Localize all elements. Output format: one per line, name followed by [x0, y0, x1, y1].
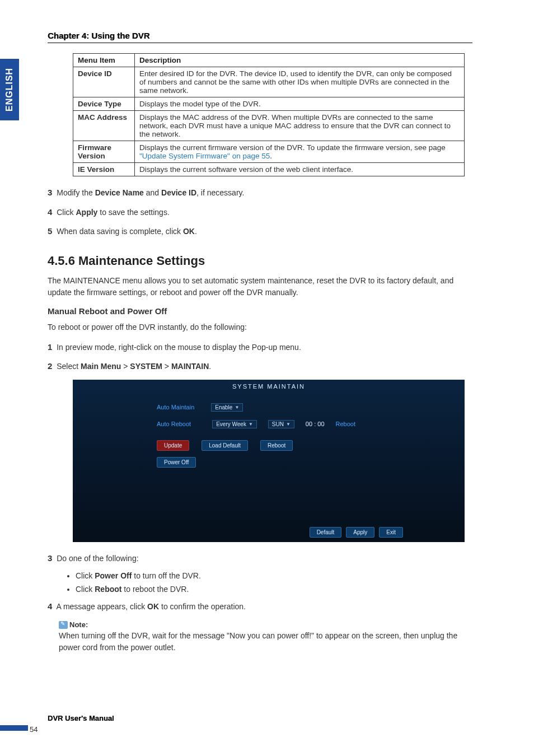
reboot-button[interactable]: Reboot — [260, 440, 293, 451]
enable-select[interactable]: Enable▼ — [211, 403, 243, 412]
chapter-title: Chapter 4: Using the DVR — [48, 31, 472, 43]
table-row: Device Type Displays the model type of t… — [73, 97, 465, 111]
note-block: Note: When turning off the DVR, wait for… — [59, 620, 472, 654]
text: In preview mode, right-click on the mous… — [57, 343, 301, 352]
note-label: Note: — [69, 620, 88, 629]
page-number: 54 — [30, 725, 38, 734]
bold-text: Main Menu — [81, 362, 121, 371]
link-update-firmware[interactable]: "Update System Firmware" on page 55 — [139, 152, 270, 160]
auto-reboot-label: Auto Reboot — [157, 421, 191, 427]
bold-text: MAINTAIN — [171, 362, 209, 371]
step-2b: 2 Select Main Menu > SYSTEM > MAINTAIN. — [48, 360, 472, 373]
select-value: SUN — [272, 421, 284, 427]
reboot-label: Reboot — [336, 421, 355, 427]
time-value: 00 : 00 — [306, 421, 325, 427]
footer-manual: DVR User's Manual — [48, 714, 114, 722]
section-intro: The MAINTENANCE menu allows you to set a… — [48, 275, 472, 298]
text: , if necessary. — [196, 188, 244, 197]
text: Displays the current firmware version of… — [139, 143, 446, 152]
cell-menu-item: Firmware Version — [73, 141, 135, 163]
step-4c: 4 A message appears, click OK to confirm… — [48, 600, 472, 613]
table-row: Firmware Version Displays the current fi… — [73, 141, 465, 163]
table-row: MAC Address Displays the MAC address of … — [73, 111, 465, 141]
step-5: 5 When data saving is complete, click OK… — [48, 225, 472, 238]
select-value: Every Week — [216, 421, 246, 427]
step-number: 3 — [48, 188, 52, 197]
step-number: 2 — [48, 361, 52, 371]
step-number: 4 — [48, 207, 52, 217]
chevron-down-icon: ▼ — [286, 422, 291, 427]
step-3: 3 Modify the Device Name and Device ID, … — [48, 186, 472, 199]
cell-description: Displays the current firmware version of… — [135, 141, 465, 163]
text: and — [144, 188, 161, 197]
load-default-button[interactable]: Load Default — [202, 440, 248, 451]
cell-menu-item: MAC Address — [73, 111, 135, 141]
table-row: IE Version Displays the current software… — [73, 163, 465, 176]
sub-intro: To reboot or power off the DVR instantly… — [48, 321, 472, 333]
cell-description: Enter desired ID for the DVR. The device… — [135, 67, 465, 97]
note-text: When turning off the DVR, wait for the m… — [59, 630, 472, 654]
bold-text: Reboot — [95, 585, 121, 594]
default-button[interactable]: Default — [310, 527, 342, 538]
update-button[interactable]: Update — [157, 440, 189, 451]
text: Click — [57, 208, 76, 217]
text: to turn off the DVR. — [132, 571, 200, 580]
text: to reboot the DVR. — [121, 585, 189, 594]
chevron-down-icon: ▼ — [235, 405, 239, 410]
cell-description: Displays the model type of the DVR. — [135, 97, 465, 111]
text: to save the settings. — [97, 208, 169, 217]
bold-text: OK — [183, 227, 195, 236]
page-content: Chapter 4: Using the DVR Menu Item Descr… — [48, 31, 472, 654]
text: > — [121, 362, 130, 371]
every-week-select[interactable]: Every Week▼ — [212, 420, 257, 428]
exit-button[interactable]: Exit — [379, 527, 403, 538]
step-1b: 1 In preview mode, right-click on the mo… — [48, 341, 472, 354]
power-off-button[interactable]: Power Off — [157, 457, 196, 468]
bullet-list: Click Power Off to turn off the DVR. Cli… — [64, 571, 472, 594]
bold-text: OK — [147, 602, 159, 611]
text: > — [162, 362, 171, 371]
footer-bar — [0, 725, 28, 731]
cell-description: Displays the current software version of… — [135, 163, 465, 176]
apply-button[interactable]: Apply — [346, 527, 374, 538]
step-number: 4 — [48, 601, 52, 611]
section-heading: 4.5.6 Maintenance Settings — [48, 254, 472, 268]
cell-menu-item: Device ID — [73, 67, 135, 97]
bold-text: Power Off — [95, 571, 132, 580]
sub-heading: Manual Reboot and Power Off — [48, 306, 472, 316]
note-icon — [59, 621, 68, 629]
language-tab: ENGLISH — [0, 59, 19, 120]
bold-text: Device Name — [95, 188, 144, 197]
text: A message appears, click — [56, 602, 147, 611]
text: Click — [76, 571, 95, 580]
auto-maintain-label: Auto Maintain — [157, 404, 194, 410]
step-number: 1 — [48, 342, 52, 352]
select-value: Enable — [215, 404, 232, 410]
list-item: Click Power Off to turn off the DVR. — [76, 571, 472, 580]
step-4: 4 Click Apply to save the settings. — [48, 206, 472, 219]
th-menu-item: Menu Item — [73, 54, 135, 67]
bold-text: Device ID — [161, 188, 196, 197]
text: Modify the — [57, 188, 95, 197]
cell-menu-item: IE Version — [73, 163, 135, 176]
bold-text: SYSTEM — [130, 362, 162, 371]
text: Do one of the following: — [57, 554, 138, 563]
step-number: 5 — [48, 226, 52, 236]
text: When data saving is complete, click — [57, 227, 183, 236]
cell-menu-item: Device Type — [73, 97, 135, 111]
screenshot-title: SYSTEM MAINTAIN — [73, 383, 465, 390]
day-select[interactable]: SUN▼ — [268, 420, 294, 428]
bold-text: Apply — [76, 208, 97, 217]
text: to confirm the operation. — [159, 602, 246, 611]
table-row: Device ID Enter desired ID for the DVR. … — [73, 67, 465, 97]
th-description: Description — [135, 54, 465, 67]
info-table: Menu Item Description Device ID Enter de… — [73, 53, 465, 176]
text: . — [270, 152, 272, 160]
system-maintain-screenshot: SYSTEM MAINTAIN Auto Maintain Enable▼ Au… — [73, 380, 465, 542]
text: . — [209, 362, 211, 371]
step-number: 3 — [48, 553, 52, 563]
chevron-down-icon: ▼ — [249, 422, 253, 427]
text: . — [195, 227, 197, 236]
text: Select — [57, 362, 81, 371]
step-3c: 3 Do one of the following: — [48, 552, 472, 565]
